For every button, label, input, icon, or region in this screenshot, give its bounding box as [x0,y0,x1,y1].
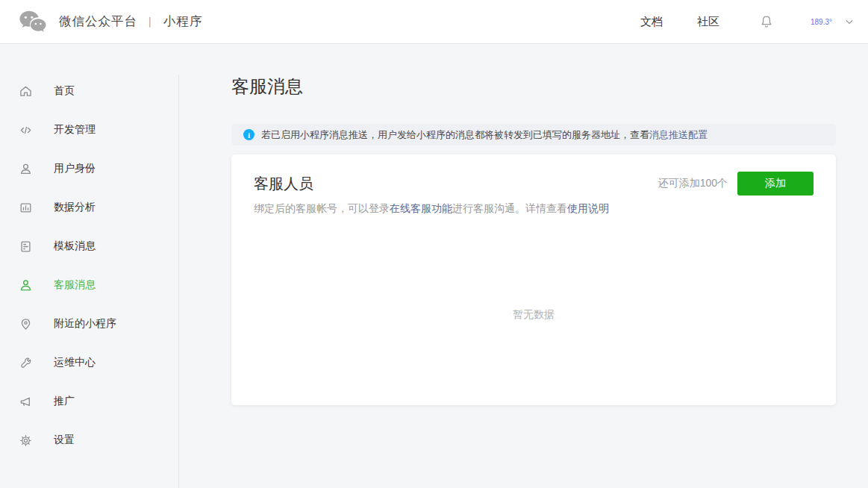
brand-title-separator: ｜ [145,15,156,28]
sidebar-item-template-message[interactable]: 模板消息 [0,227,179,266]
brand-title-sub: 小程序 [163,13,203,30]
sidebar-item-label: 客服消息 [54,278,96,292]
gear-icon [18,433,34,448]
card-header: 客服人员 还可添加100个 添加 [254,172,814,195]
chevron-down-icon[interactable] [844,16,855,27]
usage-instructions-link[interactable]: 使用说明 [567,202,609,214]
sidebar: 首页 开发管理 用户身份 [0,45,179,488]
add-button[interactable]: 添加 [737,172,814,195]
sidebar-item-customer-service-message[interactable]: 客服消息 [0,266,179,304]
customer-service-icon [18,278,34,293]
card-description-part2: 进行客服沟通。详情查看 [452,202,567,214]
main-content: 客服消息 i 若已启用小程序消息推送，用户发给小程序的消息都将被转发到已填写的服… [179,45,868,488]
brand-title: 微信公众平台 ｜ 小程序 [59,13,202,30]
page-title: 客服消息 [231,75,836,98]
notification-bell-icon[interactable] [758,13,775,30]
remaining-quota-text: 还可添加100个 [658,177,728,190]
header-right: 文档 社区 189.3° [640,13,855,30]
sidebar-item-home[interactable]: 首页 [0,72,179,110]
sidebar-item-label: 设置 [54,434,75,447]
location-pin-icon [18,316,34,332]
bar-chart-icon [18,200,34,216]
brand-title-main: 微信公众平台 [59,13,137,30]
sidebar-item-promotion[interactable]: 推广 [0,382,179,421]
message-push-config-link[interactable]: 消息推送配置 [649,128,708,142]
info-icon: i [243,129,255,140]
sidebar-item-dev-management[interactable]: 开发管理 [0,110,179,149]
top-header: 微信公众平台 ｜ 小程序 文档 社区 189.3° [0,0,868,44]
sidebar-item-label: 用户身份 [54,162,96,175]
home-icon [18,84,34,99]
info-banner-text: 若已启用小程序消息推送，用户发给小程序的消息都将被转发到已填写的服务器地址，查看 [261,128,649,142]
sidebar-item-operations-center[interactable]: 运维中心 [0,343,179,382]
megaphone-icon [18,394,34,410]
template-document-icon [18,239,34,254]
sidebar-item-user-identity[interactable]: 用户身份 [0,149,179,188]
sidebar-item-label: 推广 [54,395,75,408]
online-customer-service-link[interactable]: 在线客服功能 [390,202,452,214]
sidebar-item-settings[interactable]: 设置 [0,421,179,460]
account-name[interactable]: 189.3° [811,18,832,26]
header-link-docs[interactable]: 文档 [640,15,663,29]
sidebar-item-label: 数据分析 [54,201,96,214]
sidebar-item-label: 首页 [54,84,75,98]
sidebar-item-label: 开发管理 [54,123,96,137]
wechat-logo-icon [19,10,46,34]
empty-state-text: 暂无数据 [231,308,836,322]
code-icon [18,122,34,138]
card-description-part1: 绑定后的客服帐号，可以登录 [254,202,390,214]
card-description: 绑定后的客服帐号，可以登录在线客服功能进行客服沟通。详情查看使用说明 [254,202,814,216]
sidebar-item-nearby-miniprograms[interactable]: 附近的小程序 [0,304,179,343]
info-banner: i 若已启用小程序消息推送，用户发给小程序的消息都将被转发到已填写的服务器地址，… [231,124,836,146]
card-title: 客服人员 [254,174,313,194]
sidebar-item-data-analysis[interactable]: 数据分析 [0,188,179,227]
wrench-icon [18,355,34,371]
customer-service-staff-card: 客服人员 还可添加100个 添加 绑定后的客服帐号，可以登录在线客服功能进行客服… [231,154,836,405]
page: 微信公众平台 ｜ 小程序 文档 社区 189.3° [0,0,868,488]
sidebar-item-label: 运维中心 [54,356,96,369]
header-link-community[interactable]: 社区 [697,15,719,29]
user-icon [18,161,34,177]
sidebar-item-label: 模板消息 [54,240,96,253]
sidebar-item-label: 附近的小程序 [54,317,116,331]
